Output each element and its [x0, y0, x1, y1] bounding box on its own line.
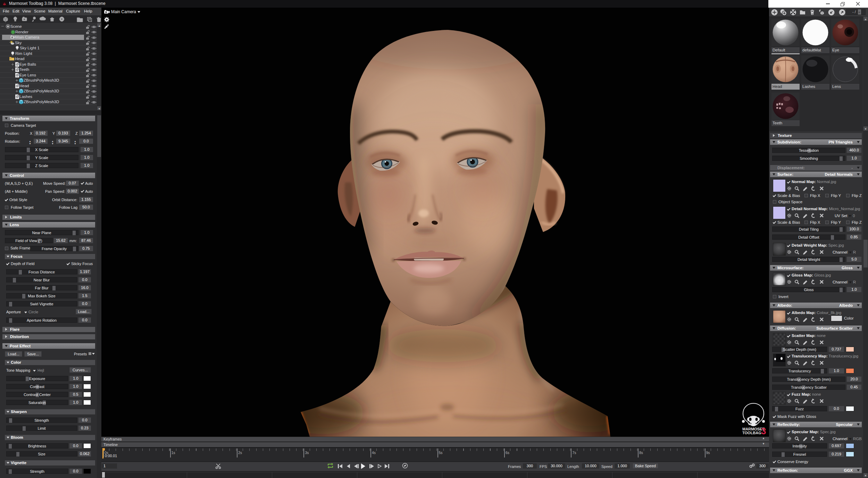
svg-text:3: 3	[761, 426, 766, 435]
svg-text:TOOLBAG: TOOLBAG	[742, 431, 761, 435]
